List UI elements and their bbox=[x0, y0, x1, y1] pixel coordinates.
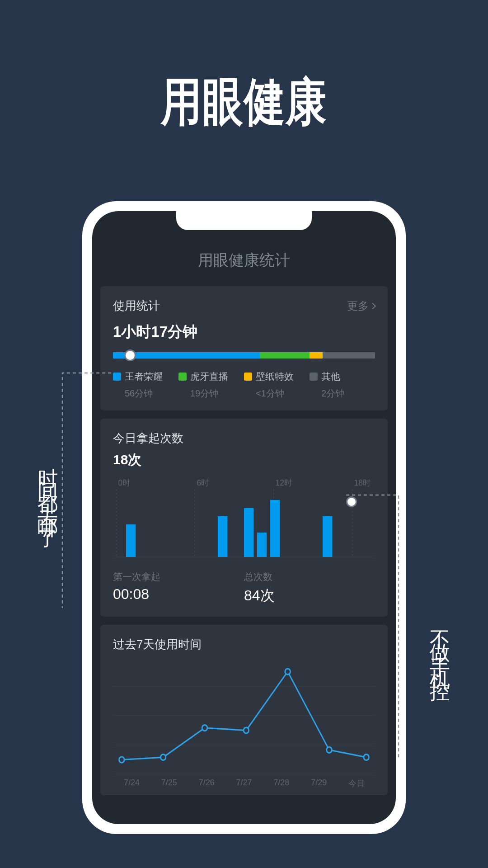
svg-point-25 bbox=[364, 755, 369, 760]
screen-title: 用眼健康统计 bbox=[92, 238, 396, 286]
x-tick: 7/29 bbox=[300, 778, 338, 789]
more-link[interactable]: 更多 bbox=[347, 299, 375, 313]
legend-swatch bbox=[244, 373, 252, 381]
callout-line-left bbox=[62, 373, 89, 608]
week-usage-card: 过去7天使用时间 bbox=[100, 625, 388, 795]
legend-value: 56分钟 bbox=[125, 387, 178, 400]
stat-value: 84次 bbox=[244, 586, 375, 606]
svg-rect-14 bbox=[323, 516, 332, 557]
legend-name: 其他 bbox=[321, 370, 340, 383]
svg-rect-12 bbox=[257, 533, 267, 557]
legend-item: 王者荣耀 56分钟 bbox=[113, 370, 178, 400]
usage-seg-3 bbox=[323, 352, 375, 359]
legend-swatch bbox=[310, 373, 318, 381]
first-pickup-stat: 第一次拿起 00:08 bbox=[113, 571, 244, 606]
usage-stacked-bar[interactable] bbox=[113, 352, 375, 359]
usage-bar-knob[interactable] bbox=[124, 349, 136, 361]
side-caption-right: 不做手机控 bbox=[427, 615, 454, 678]
hero-title: 用眼健康 bbox=[0, 68, 488, 137]
usage-seg-1 bbox=[260, 352, 310, 359]
side-caption-left: 时间都去哪了 bbox=[34, 452, 61, 528]
legend-name: 壁纸特效 bbox=[256, 370, 294, 383]
x-tick: 7/28 bbox=[263, 778, 300, 789]
legend-name: 虎牙直播 bbox=[190, 370, 228, 383]
legend-swatch bbox=[178, 373, 187, 381]
x-tick: 7/24 bbox=[113, 778, 150, 789]
legend-value: 19分钟 bbox=[190, 387, 244, 400]
svg-point-22 bbox=[244, 727, 249, 733]
pickup-card: 今日拿起次数 18次 0时 6时 12时 18时 bbox=[100, 419, 388, 617]
usage-legend: 王者荣耀 56分钟 虎牙直播 19分钟 壁纸特效 <1分钟 bbox=[113, 370, 375, 400]
legend-swatch bbox=[113, 373, 121, 381]
usage-card-title: 使用统计 bbox=[113, 298, 160, 314]
usage-stats-card: 使用统计 更多 1小时17分钟 bbox=[100, 286, 388, 410]
legend-value: <1分钟 bbox=[256, 387, 310, 400]
svg-text:6时: 6时 bbox=[197, 478, 209, 487]
svg-point-21 bbox=[202, 725, 207, 731]
usage-total-time: 1小时17分钟 bbox=[113, 322, 375, 342]
callout-line-right bbox=[399, 495, 426, 748]
svg-rect-10 bbox=[218, 516, 227, 557]
week-line-chart[interactable] bbox=[113, 657, 375, 774]
svg-point-19 bbox=[119, 757, 125, 763]
svg-rect-13 bbox=[270, 500, 280, 557]
svg-text:0时: 0时 bbox=[118, 478, 131, 487]
legend-name: 王者荣耀 bbox=[125, 370, 163, 383]
x-tick: 7/25 bbox=[150, 778, 188, 789]
week-xaxis: 7/24 7/25 7/26 7/27 7/28 7/29 今日 bbox=[113, 774, 375, 789]
svg-point-23 bbox=[285, 669, 291, 675]
more-link-label: 更多 bbox=[347, 299, 369, 313]
phone-screen: 用眼健康统计 使用统计 更多 1小时17分钟 bbox=[92, 211, 396, 824]
pickup-bar-chart[interactable]: 0时 6时 12时 18时 bbox=[113, 476, 375, 566]
week-card-title: 过去7天使用时间 bbox=[113, 637, 375, 652]
svg-rect-11 bbox=[244, 508, 253, 557]
svg-point-20 bbox=[160, 755, 166, 760]
usage-seg-2 bbox=[310, 352, 323, 359]
svg-point-24 bbox=[327, 747, 332, 753]
phone-notch bbox=[176, 211, 312, 230]
pickup-count: 18次 bbox=[113, 451, 375, 469]
phone-frame: 用眼健康统计 使用统计 更多 1小时17分钟 bbox=[82, 201, 406, 834]
x-tick: 今日 bbox=[338, 778, 375, 789]
total-pickup-stat: 总次数 84次 bbox=[244, 571, 375, 606]
stat-value: 00:08 bbox=[113, 586, 244, 603]
pickup-card-title: 今日拿起次数 bbox=[113, 430, 375, 446]
stat-label: 第一次拿起 bbox=[113, 571, 244, 583]
x-tick: 7/26 bbox=[188, 778, 225, 789]
stat-label: 总次数 bbox=[244, 571, 375, 583]
pickup-chart-knob[interactable] bbox=[346, 496, 357, 507]
svg-text:12时: 12时 bbox=[276, 478, 292, 487]
legend-item: 壁纸特效 <1分钟 bbox=[244, 370, 310, 400]
chevron-right-icon bbox=[370, 302, 376, 309]
svg-text:18时: 18时 bbox=[354, 478, 371, 487]
x-tick: 7/27 bbox=[225, 778, 263, 789]
legend-value: 2分钟 bbox=[321, 387, 375, 400]
svg-rect-9 bbox=[126, 524, 136, 557]
legend-item: 其他 2分钟 bbox=[310, 370, 375, 400]
legend-item: 虎牙直播 19分钟 bbox=[178, 370, 244, 400]
